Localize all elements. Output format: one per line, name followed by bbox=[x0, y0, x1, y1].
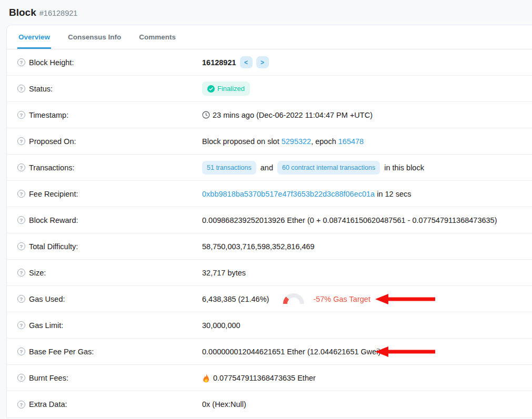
row-size: ? Size: 32,717 bytes bbox=[7, 260, 532, 286]
gas-used-value: 6,438,385 (21.46%) bbox=[202, 295, 269, 303]
fee-recipient-suffix: in 12 secs bbox=[377, 190, 411, 198]
help-icon[interactable]: ? bbox=[17, 269, 25, 277]
row-label-text: Burnt Fees: bbox=[29, 374, 68, 382]
flame-icon bbox=[202, 373, 210, 383]
row-label-text: Block Reward: bbox=[29, 216, 78, 224]
row-label-text: Fee Recipient: bbox=[29, 190, 78, 198]
row-label-text: Extra Data: bbox=[29, 400, 67, 408]
row-total-difficulty: ? Total Difficulty: 58,750,003,716,598,3… bbox=[7, 233, 532, 260]
tab-overview[interactable]: Overview bbox=[17, 25, 51, 49]
help-icon[interactable]: ? bbox=[17, 321, 25, 329]
chevron-left-icon: < bbox=[244, 59, 248, 66]
internal-transactions-badge[interactable]: 60 contract internal transactions bbox=[277, 161, 380, 175]
fee-recipient-address-link[interactable]: 0xbb9818ba5370b517e47f3653b22d3c88f06ec0… bbox=[202, 190, 375, 198]
help-icon[interactable]: ? bbox=[17, 374, 25, 382]
row-status: ? Status: Finalized bbox=[7, 76, 532, 102]
help-icon[interactable]: ? bbox=[17, 190, 25, 198]
transactions-count-badge[interactable]: 51 transactions bbox=[202, 161, 256, 175]
chevron-right-icon: > bbox=[260, 59, 264, 66]
block-number: #16128921 bbox=[39, 9, 78, 17]
transactions-suffix: in this block bbox=[384, 163, 424, 172]
block-reward-value: 0.009868239252013926 Ether (0 + 0.087416… bbox=[202, 216, 497, 224]
total-difficulty-value: 58,750,003,716,598,352,816,469 bbox=[202, 242, 315, 251]
row-proposed-on: ? Proposed On: Block proposed on slot 52… bbox=[7, 128, 532, 155]
help-icon[interactable]: ? bbox=[17, 295, 25, 303]
size-value: 32,717 bytes bbox=[202, 269, 246, 277]
base-fee-value: 0.000000012044621651 Ether (12.044621651… bbox=[202, 348, 380, 356]
row-label-text: Block Height: bbox=[29, 58, 74, 67]
row-label-text: Base Fee Per Gas: bbox=[29, 348, 94, 356]
page-header: Block#16128921 bbox=[0, 0, 532, 25]
proposed-on-text: Block proposed on slot bbox=[202, 137, 279, 146]
block-height-value: 16128921 bbox=[202, 58, 236, 67]
row-extra-data: ? Extra Data: 0x (Hex:Null) bbox=[7, 391, 532, 417]
block-details-card: Overview Consensus Info Comments ? Block… bbox=[6, 25, 532, 418]
check-circle-icon bbox=[207, 85, 215, 93]
row-label-text: Total Difficulty: bbox=[29, 242, 78, 251]
help-icon[interactable]: ? bbox=[17, 85, 25, 93]
row-label-text: Proposed On: bbox=[29, 137, 76, 146]
transactions-and-text: and bbox=[260, 163, 273, 172]
next-block-button[interactable]: > bbox=[256, 56, 269, 68]
help-icon[interactable]: ? bbox=[17, 58, 25, 66]
tab-consensus-info[interactable]: Consensus Info bbox=[67, 25, 122, 49]
help-icon[interactable]: ? bbox=[17, 111, 25, 119]
page-title: Block bbox=[9, 7, 36, 18]
row-transactions: ? Transactions: 51 transactions and 60 c… bbox=[7, 155, 532, 181]
previous-block-button[interactable]: < bbox=[240, 56, 253, 68]
epoch-link[interactable]: 165478 bbox=[338, 137, 364, 146]
slot-link[interactable]: 5295322 bbox=[282, 137, 311, 146]
proposed-on-text-2: , epoch bbox=[311, 137, 336, 146]
row-block-reward: ? Block Reward: 0.009868239252013926 Eth… bbox=[7, 207, 532, 233]
extra-data-value: 0x (Hex:Null) bbox=[202, 400, 246, 408]
row-label-text: Transactions: bbox=[29, 163, 75, 172]
tab-comments[interactable]: Comments bbox=[138, 25, 177, 49]
tab-bar: Overview Consensus Info Comments bbox=[7, 25, 532, 49]
status-badge-label: Finalized bbox=[217, 85, 245, 93]
row-timestamp: ? Timestamp: 23 mins ago (Dec-06-2022 11… bbox=[7, 102, 532, 128]
help-icon[interactable]: ? bbox=[17, 163, 25, 171]
row-base-fee-per-gas: ? Base Fee Per Gas: 0.000000012044621651… bbox=[7, 339, 532, 365]
row-gas-used: ? Gas Used: 6,438,385 (21.46%) -57% Gas … bbox=[7, 286, 532, 312]
gas-limit-value: 30,000,000 bbox=[202, 321, 240, 330]
gas-target-delta: -57% Gas Target bbox=[313, 295, 370, 303]
help-icon[interactable]: ? bbox=[17, 242, 25, 250]
timestamp-value: 23 mins ago (Dec-06-2022 11:04:47 PM +UT… bbox=[213, 111, 373, 119]
help-icon[interactable]: ? bbox=[17, 401, 25, 408]
gas-gauge-icon bbox=[283, 293, 305, 305]
row-fee-recipient: ? Fee Recipient: 0xbb9818ba5370b517e47f3… bbox=[7, 181, 532, 207]
row-block-height: ? Block Height: 16128921 < > bbox=[7, 49, 532, 76]
help-icon[interactable]: ? bbox=[17, 137, 25, 145]
help-icon[interactable]: ? bbox=[17, 216, 25, 224]
help-icon[interactable]: ? bbox=[17, 348, 25, 355]
row-gas-limit: ? Gas Limit: 30,000,000 bbox=[7, 312, 532, 339]
row-label-text: Status: bbox=[29, 85, 53, 93]
status-badge: Finalized bbox=[202, 81, 250, 96]
row-label-text: Gas Limit: bbox=[29, 321, 63, 330]
row-burnt-fees: ? Burnt Fees: 0.077547911368473635 Ether bbox=[7, 365, 532, 391]
row-label-text: Size: bbox=[29, 269, 46, 277]
burnt-fees-value: 0.077547911368473635 Ether bbox=[213, 374, 316, 382]
clock-icon bbox=[202, 111, 210, 119]
row-label-text: Timestamp: bbox=[29, 111, 68, 119]
row-label-text: Gas Used: bbox=[29, 295, 65, 303]
